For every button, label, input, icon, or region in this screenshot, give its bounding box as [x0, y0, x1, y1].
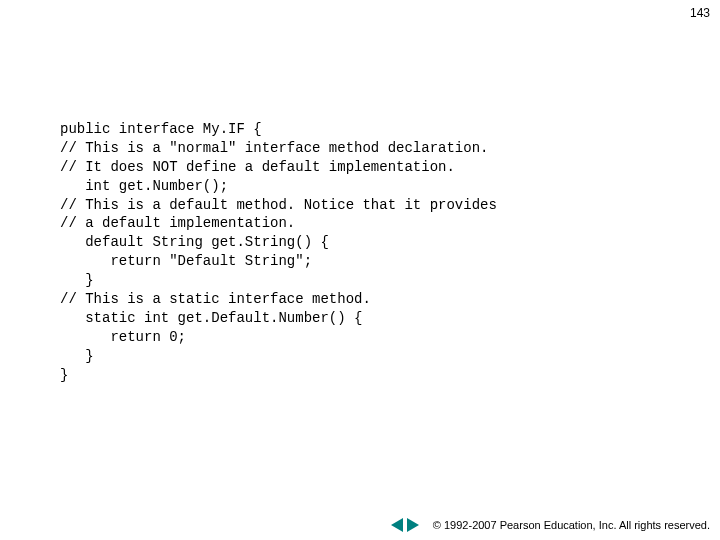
- code-line: return "Default String";: [60, 253, 312, 269]
- code-line: return 0;: [60, 329, 186, 345]
- footer: © 1992-2007 Pearson Education, Inc. All …: [391, 518, 710, 532]
- code-line: // This is a "normal" interface method d…: [60, 140, 488, 156]
- code-line: static int get.Default.Number() {: [60, 310, 362, 326]
- code-line: // This is a default method. Notice that…: [60, 197, 497, 213]
- code-line: }: [60, 272, 94, 288]
- copyright-text: © 1992-2007 Pearson Education, Inc. All …: [433, 519, 710, 531]
- code-line: // It does NOT define a default implemen…: [60, 159, 455, 175]
- copyright-body: 1992-2007 Pearson Education, Inc. All ri…: [441, 519, 710, 531]
- code-line: }: [60, 348, 94, 364]
- code-line: // This is a static interface method.: [60, 291, 371, 307]
- code-line: }: [60, 367, 68, 383]
- copyright-symbol: ©: [433, 519, 441, 531]
- next-arrow-icon[interactable]: [407, 518, 419, 532]
- prev-arrow-icon[interactable]: [391, 518, 403, 532]
- code-line: int get.Number();: [60, 178, 228, 194]
- code-line: public interface My.IF {: [60, 121, 262, 137]
- code-block: public interface My.IF { // This is a "n…: [60, 120, 497, 384]
- code-line: // a default implementation.: [60, 215, 295, 231]
- nav-arrows: [391, 518, 419, 532]
- page-number: 143: [690, 6, 710, 20]
- code-line: default String get.String() {: [60, 234, 329, 250]
